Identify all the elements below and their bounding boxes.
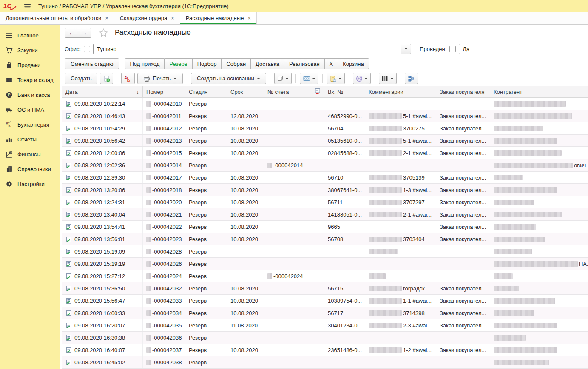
column-header-7[interactable]: Комментарий <box>365 86 436 98</box>
stage-button-1[interactable]: Резерв <box>165 58 192 69</box>
stage-button-3[interactable]: Собран <box>222 58 251 69</box>
stage-button-0[interactable]: Под приход <box>125 58 165 69</box>
censored-text <box>494 113 572 119</box>
window-mode-button[interactable] <box>274 73 292 84</box>
tab-0[interactable]: Дополнительные отчеты и обработки× <box>0 12 114 24</box>
censored-text <box>146 101 151 107</box>
column-header-0[interactable]: Дата↓ <box>62 86 143 98</box>
table-row[interactable]: 09.08.2020 13:40:04-000042021Резерв10.08… <box>62 208 588 221</box>
sidebar-item-settings[interactable]: Настройки <box>0 177 60 192</box>
table-row[interactable]: 09.08.2020 13:24:31-000042020Резерв10.08… <box>62 196 588 208</box>
number-text: -000042035 <box>152 322 182 329</box>
table-row[interactable]: 09.08.2020 16:40:07-000042037Резерв10.08… <box>62 344 588 356</box>
sidebar-item-purchases[interactable]: Закупки <box>0 43 60 58</box>
barcode-button[interactable] <box>379 73 397 84</box>
table-row[interactable]: 09.08.2020 15:56:47-000042033Резерв10.08… <box>62 295 588 307</box>
posted-filter-input[interactable] <box>459 44 588 54</box>
column-header-4[interactable]: № счета <box>264 86 311 98</box>
table-row[interactable]: 09.08.2020 13:56:01-000042023Резерв10.08… <box>62 233 588 245</box>
column-header-1[interactable]: Номер <box>143 86 185 98</box>
cell-comment <box>365 98 436 110</box>
stage-button-6[interactable]: X <box>325 58 338 69</box>
create-button[interactable]: Создать <box>65 73 97 84</box>
stage-button-7[interactable]: Корзина <box>338 58 369 69</box>
table-row[interactable]: 09.08.2020 10:56:42-000042013Резерв10.08… <box>62 135 588 147</box>
org-structure-button[interactable] <box>405 73 418 84</box>
cell-flag <box>311 110 324 122</box>
table-row[interactable]: 09.08.2020 15:19:19-000042026РезервПА... <box>62 258 588 270</box>
table-header-row: Дата↓НомерСтадияСрок№ счетаВх. №Коммента… <box>62 86 588 98</box>
date-text: 09.08.2020 16:30:38 <box>74 335 125 341</box>
tab-1[interactable]: Складские ордера× <box>114 12 180 24</box>
office-filter-checkbox[interactable] <box>84 46 90 52</box>
cell-comment: 5-1 #awai... <box>365 135 436 147</box>
table-row[interactable]: 09.08.2020 10:22:14-000042010Резерв <box>62 98 588 110</box>
table-row[interactable]: 09.08.2020 13:54:41-000042022Резерв10.08… <box>62 221 588 233</box>
sidebar-item-sales[interactable]: Продажи <box>0 58 60 73</box>
cell-stage: Резерв <box>185 135 227 147</box>
change-stage-button[interactable]: Сменить стадию <box>65 58 119 69</box>
main-menu-icon[interactable] <box>24 3 31 9</box>
sidebar-item-goods-warehouse[interactable]: Товар и склад <box>0 73 60 87</box>
tab-close-icon[interactable]: × <box>247 15 251 21</box>
table-row[interactable]: 09.08.2020 12:39:30-000042017Резерв10.08… <box>62 172 588 184</box>
table-row[interactable]: 09.08.2020 10:54:29-000042012Резерв10.08… <box>62 122 588 135</box>
stage-button-4[interactable]: Доставка <box>251 58 284 69</box>
tab-close-icon[interactable]: × <box>105 15 108 21</box>
stage-button-2[interactable]: Подбор <box>193 58 222 69</box>
sidebar-item-main[interactable]: Главное <box>0 28 60 43</box>
sidebar-item-finance[interactable]: РФинансы <box>0 147 60 162</box>
table-row[interactable]: 09.08.2020 12:00:06-000042015Резерв10.08… <box>62 147 588 159</box>
office-filter-input[interactable] <box>93 44 401 54</box>
deferred-document-button[interactable] <box>327 73 345 84</box>
column-header-3[interactable]: Срок <box>227 86 264 98</box>
cell-contractor <box>490 295 588 307</box>
back-button[interactable]: ← <box>65 28 78 38</box>
tab-close-icon[interactable]: × <box>171 15 174 21</box>
table-row[interactable]: 09.08.2020 15:36:50-000042032Резерв10.08… <box>62 282 588 295</box>
table-row[interactable]: 09.08.2020 16:20:07-000042035Резерв11.08… <box>62 319 588 332</box>
create-based-on-button[interactable]: Создать на основании <box>191 73 266 84</box>
filter-panel: Офис: Проведен: <box>62 41 588 56</box>
column-header-9[interactable]: Контрагент <box>490 86 588 98</box>
office-dropdown-button[interactable] <box>401 44 411 54</box>
print-button[interactable]: Печать <box>137 73 183 84</box>
column-header-8[interactable]: Заказ покупателя <box>436 86 490 98</box>
table-row[interactable]: 09.08.2020 12:02:36-000042014Резерв-0000… <box>62 159 588 172</box>
table-row[interactable]: 09.08.2020 15:27:12-000042024Резерв-0000… <box>62 270 588 282</box>
chevron-down-icon <box>404 48 408 51</box>
column-label: Стадия <box>189 89 207 95</box>
tab-2[interactable]: Расходные накладные× <box>180 12 257 24</box>
favorite-star-icon[interactable] <box>99 28 108 37</box>
data-composition-button[interactable] <box>353 73 371 84</box>
sidebar-item-catalogs[interactable]: Справочники <box>0 162 60 177</box>
comment-flag-column-header[interactable] <box>311 86 324 98</box>
cell-due: 10.08.2020 <box>227 208 264 221</box>
censored-text <box>494 200 534 205</box>
sidebar-item-reports[interactable]: Отчеты <box>0 132 60 147</box>
posted-filter-checkbox[interactable] <box>449 46 456 52</box>
table-row[interactable]: 09.08.2020 16:30:38-000042036Резерв <box>62 332 588 344</box>
cash-register-button[interactable] <box>300 73 318 84</box>
cell-incoming <box>324 159 365 172</box>
table-row[interactable]: 09.08.2020 13:20:06-000042018Резерв10.08… <box>62 184 588 196</box>
copy-document-button[interactable] <box>100 73 113 84</box>
accounting-entries-button[interactable]: ДтКт <box>121 73 135 84</box>
cell-incoming: 46852990-0... <box>324 110 365 122</box>
sidebar-item-bank-cash[interactable]: РБанк и касса <box>0 87 60 102</box>
chevron-down-icon <box>257 78 260 81</box>
sidebar-item-os-nma[interactable]: ОС и НМА <box>0 102 60 117</box>
table-row[interactable]: 09.08.2020 15:19:09-000042028Резерв <box>62 245 588 258</box>
stage-button-5[interactable]: Реализован <box>284 58 325 69</box>
table-row[interactable]: 09.08.2020 16:45:02-000042038Резерв <box>62 356 588 369</box>
column-header-6[interactable]: Вх. № <box>324 86 365 98</box>
forward-button[interactable]: → <box>78 28 91 38</box>
cell-order: Заказ покупател... <box>436 122 490 135</box>
table-row[interactable]: 09.08.2020 10:46:43-000042011Резерв12.08… <box>62 110 588 122</box>
column-header-2[interactable]: Стадия <box>185 86 227 98</box>
sidebar-item-accounting[interactable]: ДтКтБухгалтерия <box>0 117 60 132</box>
date-text: 09.08.2020 13:54:41 <box>74 224 125 230</box>
cell-account <box>264 98 311 110</box>
cell-contractor <box>490 332 588 344</box>
table-row[interactable]: 09.08.2020 16:00:33-000042034Резерв10.08… <box>62 307 588 319</box>
